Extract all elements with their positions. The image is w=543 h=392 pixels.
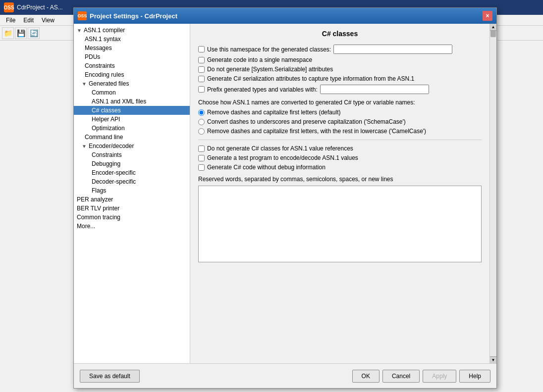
prefix-checkbox[interactable]	[198, 86, 205, 93]
dialog-titlebar: OSS Project Settings - CdrProject ×	[74, 8, 496, 24]
nav-item-helper-api[interactable]: Helper API	[74, 115, 190, 124]
serialization-attr-row: Generate C# serialization attributes to …	[198, 75, 482, 82]
radio-camelcase[interactable]	[198, 128, 205, 135]
dialog-footer: Save as default OK Cancel Apply Help	[74, 363, 496, 388]
namespace-label: Use this namespace for the generated cla…	[207, 46, 331, 53]
no-value-refs-checkbox[interactable]	[198, 146, 205, 152]
nav-label-pdus: PDUs	[85, 53, 100, 60]
test-program-label: Generate a test program to encode/decode…	[207, 154, 358, 161]
scroll-up-button[interactable]: ▲	[490, 24, 496, 31]
single-namespace-label: Generate code into a single namespace	[207, 56, 312, 63]
toolbar-btn-1[interactable]: 📁	[2, 27, 14, 39]
nav-label-command-line: Command line	[85, 134, 123, 141]
menu-edit[interactable]: Edit	[19, 16, 38, 25]
radio3-label: Remove dashes and capitalize first lette…	[207, 128, 426, 135]
save-default-button[interactable]: Save as default	[80, 370, 140, 383]
nav-item-messages[interactable]: Messages	[74, 44, 190, 52]
nav-label-optimization: Optimization	[92, 125, 125, 132]
nav-label-constraints-1: Constraints	[85, 62, 115, 69]
nav-label-more: More...	[77, 223, 95, 230]
nav-item-flags[interactable]: Flags	[74, 186, 190, 195]
nav-item-asn1-compiler[interactable]: ▼ ASN.1 compiler	[74, 26, 190, 35]
nav-label-generated-files: Generated files	[89, 80, 129, 87]
help-button[interactable]: Help	[459, 370, 490, 383]
nav-label-asn1-compiler: ASN.1 compiler	[84, 27, 125, 34]
radio1-row: Remove dashes and capitalize first lette…	[198, 109, 482, 116]
reserved-section: Reserved words, separated by commas, sem…	[198, 176, 482, 264]
prefix-row: Prefix generated types and variables wit…	[198, 85, 482, 94]
nav-item-per-analyzer[interactable]: PER analyzer	[74, 195, 190, 204]
prefix-input[interactable]	[320, 85, 429, 94]
nav-item-common[interactable]: Common	[74, 88, 190, 97]
no-serializable-checkbox[interactable]	[198, 66, 205, 73]
no-debug-info-label: Generate C# code without debug informati…	[207, 164, 326, 171]
nav-label-messages: Messages	[85, 45, 112, 51]
nav-item-common-tracing[interactable]: Common tracing	[74, 213, 190, 222]
toolbar-btn-3[interactable]: 🔄	[28, 27, 40, 39]
close-button[interactable]: ×	[483, 11, 492, 21]
nav-item-pdus[interactable]: PDUs	[74, 52, 190, 61]
nav-item-more[interactable]: More...	[74, 222, 190, 231]
menu-file[interactable]: File	[2, 16, 19, 25]
nav-item-csharp-classes[interactable]: C# classes	[74, 106, 190, 115]
test-program-row: Generate a test program to encode/decode…	[198, 154, 482, 161]
nav-item-command-line[interactable]: Command line	[74, 133, 190, 142]
nav-item-decoder-specific[interactable]: Decoder-specific	[74, 177, 190, 186]
radio3-row: Remove dashes and capitalize first lette…	[198, 128, 482, 135]
nav-item-asn1-syntax[interactable]: ASN.1 syntax	[74, 35, 190, 44]
nav-label-debugging: Debugging	[92, 160, 120, 167]
nav-label-asn1-xml-files: ASN.1 and XML files	[92, 98, 146, 105]
nav-item-generated-files[interactable]: ▼ Generated files	[74, 79, 190, 88]
footer-left: Save as default	[80, 370, 140, 383]
nav-item-encoding-rules[interactable]: Encoding rules	[74, 70, 190, 79]
no-debug-info-checkbox[interactable]	[198, 164, 205, 171]
nav-item-encoder-decoder[interactable]: ▼ Encoder/decoder	[74, 142, 190, 150]
dialog-body: ▼ ASN.1 compiler ASN.1 syntax Messages P…	[74, 24, 496, 363]
radio-remove-dashes[interactable]	[198, 109, 205, 116]
menu-view[interactable]: View	[38, 16, 58, 25]
nav-item-encoder-specific[interactable]: Encoder-specific	[74, 168, 190, 177]
test-program-checkbox[interactable]	[198, 155, 205, 161]
nav-item-asn1-xml-files[interactable]: ASN.1 and XML files	[74, 97, 190, 106]
serialization-attr-checkbox[interactable]	[198, 76, 205, 82]
app-title: CdrProject - AS...	[17, 4, 63, 11]
ok-button[interactable]: OK	[352, 370, 380, 383]
app-logo: OSS	[4, 2, 14, 12]
nav-label-encoding-rules: Encoding rules	[85, 71, 124, 78]
scrollbar-track[interactable]: ▲ ▼	[489, 24, 496, 363]
prefix-label: Prefix generated types and variables wit…	[207, 86, 318, 93]
no-value-refs-label: Do not generate C# classes for ASN.1 val…	[207, 145, 353, 152]
dialog-title: Project Settings - CdrProject	[90, 12, 177, 20]
nav-label-csharp-classes: C# classes	[92, 107, 121, 114]
no-serializable-row: Do not generate [System.Serializable] at…	[198, 66, 482, 73]
cancel-button[interactable]: Cancel	[382, 370, 420, 383]
nav-toggle-generated: ▼	[82, 81, 88, 87]
nav-tree: ▼ ASN.1 compiler ASN.1 syntax Messages P…	[74, 24, 190, 363]
single-namespace-checkbox[interactable]	[198, 57, 205, 63]
nav-item-debugging[interactable]: Debugging	[74, 159, 190, 168]
namespace-row: Use this namespace for the generated cla…	[198, 45, 482, 54]
nav-label-ber-tlv: BER TLV printer	[77, 205, 119, 212]
no-value-refs-row: Do not generate C# classes for ASN.1 val…	[198, 145, 482, 152]
radio-underscores[interactable]	[198, 119, 205, 125]
namespace-input[interactable]	[333, 45, 452, 54]
nav-item-constraints-1[interactable]: Constraints	[74, 61, 190, 70]
reserved-label: Reserved words, separated by commas, sem…	[198, 176, 482, 183]
toolbar-btn-2[interactable]: 💾	[15, 27, 27, 39]
reserved-words-textarea[interactable]	[198, 186, 482, 262]
nav-label-common: Common	[92, 89, 116, 96]
radio-section-label: Choose how ASN.1 names are converted to …	[198, 99, 482, 106]
radio1-label: Remove dashes and capitalize first lette…	[207, 109, 340, 116]
scroll-down-button[interactable]: ▼	[490, 356, 496, 363]
namespace-checkbox[interactable]	[198, 46, 205, 52]
nav-label-encoder-specific: Encoder-specific	[92, 169, 136, 176]
nav-item-constraints-2[interactable]: Constraints	[74, 150, 190, 159]
nav-toggle-asn1: ▼	[77, 28, 83, 33]
nav-label-helper-api: Helper API	[92, 116, 120, 123]
nav-label-decoder-specific: Decoder-specific	[92, 178, 136, 185]
content-panel: C# classes Use this namespace for the ge…	[190, 24, 489, 363]
nav-item-optimization[interactable]: Optimization	[74, 124, 190, 133]
apply-button[interactable]: Apply	[423, 370, 456, 383]
nav-item-ber-tlv[interactable]: BER TLV printer	[74, 204, 190, 213]
serialization-attr-label: Generate C# serialization attributes to …	[207, 75, 414, 82]
